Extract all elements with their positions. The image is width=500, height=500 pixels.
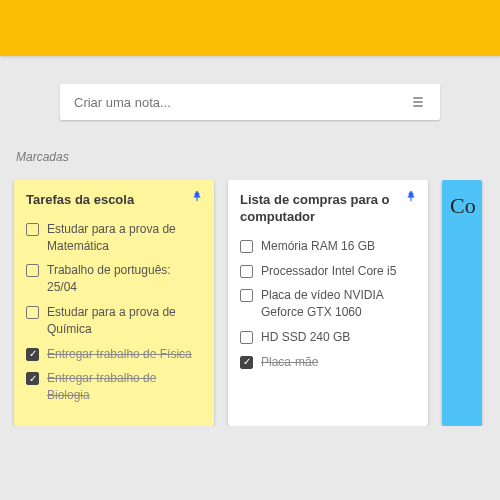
pin-icon[interactable] (404, 190, 418, 204)
app-header (0, 0, 500, 56)
note-title: Co (450, 192, 482, 221)
list-item[interactable]: Estudar para a prova de Química (26, 304, 202, 338)
item-text: Placa-mãe (261, 354, 318, 371)
item-text: Processador Intel Core i5 (261, 263, 396, 280)
item-text: Entregar trabalho de Biologia (47, 370, 202, 404)
list-item[interactable]: ✓ Entregar trabalho de Física (26, 346, 202, 363)
item-text: Estudar para a prova de Química (47, 304, 202, 338)
note-title: Lista de compras para o computador (240, 192, 416, 226)
checkbox-checked-icon[interactable]: ✓ (26, 372, 39, 385)
list-item[interactable]: Processador Intel Core i5 (240, 263, 416, 280)
list-item[interactable]: Estudar para a prova de Matemática (26, 221, 202, 255)
create-note-box[interactable] (60, 84, 440, 120)
list-item[interactable]: Memória RAM 16 GB (240, 238, 416, 255)
checkbox-icon[interactable] (26, 264, 39, 277)
list-item[interactable]: Placa de vídeo NVIDIA Geforce GTX 1060 (240, 287, 416, 321)
item-text: Entregar trabalho de Física (47, 346, 192, 363)
create-note-row (10, 84, 490, 120)
list-item[interactable]: ✓ Entregar trabalho de Biologia (26, 370, 202, 404)
checkbox-icon[interactable] (240, 240, 253, 253)
list-item[interactable]: HD SSD 240 GB (240, 329, 416, 346)
item-text: HD SSD 240 GB (261, 329, 350, 346)
checkbox-icon[interactable] (26, 223, 39, 236)
list-item[interactable]: ✓ Placa-mãe (240, 354, 416, 371)
note-card[interactable]: Tarefas da escola Estudar para a prova d… (14, 180, 214, 426)
item-text: Trabalho de português: 25/04 (47, 262, 202, 296)
item-text: Memória RAM 16 GB (261, 238, 375, 255)
checkbox-checked-icon[interactable]: ✓ (240, 356, 253, 369)
section-pinned-label: Marcadas (16, 150, 490, 164)
list-item[interactable]: Trabalho de português: 25/04 (26, 262, 202, 296)
checkbox-icon[interactable] (240, 265, 253, 278)
notes-container: Tarefas da escola Estudar para a prova d… (10, 180, 490, 426)
pin-icon[interactable] (190, 190, 204, 204)
list-icon[interactable] (410, 94, 426, 110)
checkbox-checked-icon[interactable]: ✓ (26, 348, 39, 361)
checkbox-icon[interactable] (26, 306, 39, 319)
note-card[interactable]: Lista de compras para o computador Memór… (228, 180, 428, 426)
checkbox-icon[interactable] (240, 331, 253, 344)
create-note-input[interactable] (74, 95, 410, 110)
item-text: Estudar para a prova de Matemática (47, 221, 202, 255)
note-card[interactable]: Co (442, 180, 482, 426)
item-text: Placa de vídeo NVIDIA Geforce GTX 1060 (261, 287, 416, 321)
main-content: Marcadas Tarefas da escola Estudar para … (0, 56, 500, 436)
note-title: Tarefas da escola (26, 192, 202, 209)
checkbox-icon[interactable] (240, 289, 253, 302)
